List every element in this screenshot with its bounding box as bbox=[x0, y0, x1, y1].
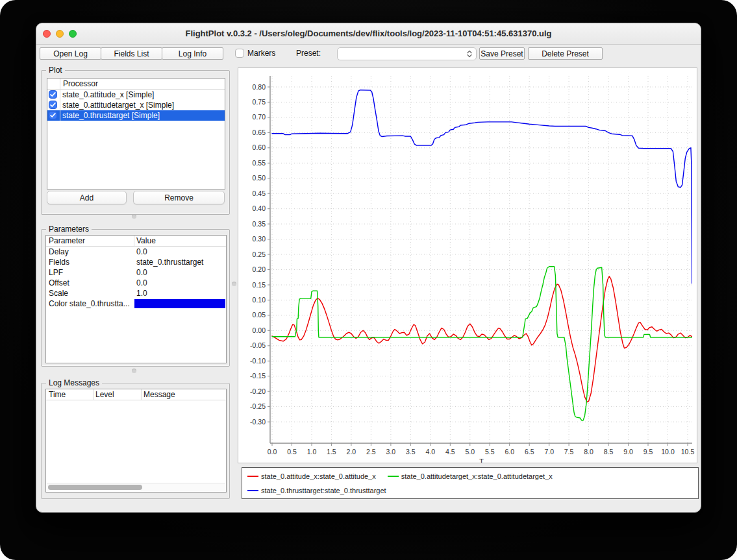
parameter-row[interactable]: Scale1.0 bbox=[46, 288, 226, 298]
open-log-button[interactable]: Open Log bbox=[40, 47, 101, 60]
chart-svg[interactable]: 0.00.51.01.52.02.53.03.54.04.55.05.56.06… bbox=[238, 68, 697, 463]
chart-legend: state_0.attitude_x:state_0.attitude_xsta… bbox=[242, 467, 699, 499]
svg-text:-0.05: -0.05 bbox=[250, 341, 266, 349]
svg-text:0.30: 0.30 bbox=[253, 235, 266, 243]
plot-processor-list: state_0.attitude_x [Simple]state_0.attit… bbox=[47, 90, 225, 121]
checkbox-column-divider bbox=[60, 100, 60, 110]
svg-text:0.0: 0.0 bbox=[268, 448, 277, 456]
checkbox-checked-icon[interactable] bbox=[49, 111, 57, 119]
vertical-splitter-handle[interactable] bbox=[232, 282, 236, 286]
processor-row[interactable]: state_0.thrusttarget [Simple] bbox=[47, 110, 225, 121]
plot-area[interactable] bbox=[271, 76, 692, 443]
checkbox-column-divider bbox=[60, 90, 60, 100]
horizontal-splitter-handle-2[interactable] bbox=[132, 369, 136, 373]
header-divider bbox=[134, 236, 134, 246]
processor-row[interactable]: state_0.attitudetarget_x [Simple] bbox=[47, 100, 225, 110]
processor-row-label: state_0.attitude_x [Simple] bbox=[62, 90, 154, 100]
legend-entry: state_0.thrusttarget:state_0.thrusttarge… bbox=[247, 487, 386, 494]
svg-text:0.5: 0.5 bbox=[287, 448, 297, 456]
svg-text:2.5: 2.5 bbox=[366, 448, 376, 456]
log-messages-group: Log Messages TimeLevelMessage bbox=[41, 383, 230, 499]
horizontal-splitter-handle-1[interactable] bbox=[132, 214, 136, 219]
combo-stepper-icon[interactable] bbox=[465, 49, 474, 58]
svg-text:9.5: 9.5 bbox=[643, 448, 653, 456]
remove-button[interactable]: Remove bbox=[133, 191, 225, 204]
header-divider bbox=[60, 79, 60, 89]
preset-combobox[interactable] bbox=[337, 47, 477, 60]
log-messages-table[interactable]: TimeLevelMessage bbox=[45, 389, 227, 493]
processor-row-label: state_0.thrusttarget [Simple] bbox=[62, 110, 160, 121]
parameter-row[interactable]: Color state_0.thrustta... bbox=[46, 298, 226, 309]
svg-text:0.55: 0.55 bbox=[253, 159, 266, 167]
color-swatch[interactable] bbox=[134, 299, 225, 308]
window-titlebar[interactable]: FlightPlot v.0.3.2 - /Users/oleg/Documen… bbox=[36, 23, 701, 45]
svg-text:7.5: 7.5 bbox=[564, 448, 574, 456]
svg-text:9.0: 9.0 bbox=[623, 448, 633, 456]
svg-text:0.60: 0.60 bbox=[253, 143, 266, 151]
legend-row-2: state_0.thrusttarget:state_0.thrusttarge… bbox=[247, 485, 695, 496]
preset-combobox-value bbox=[342, 48, 463, 60]
log-messages-group-title: Log Messages bbox=[46, 378, 102, 387]
parameters-table-header: ParameterValue bbox=[46, 236, 226, 247]
svg-text:0.45: 0.45 bbox=[253, 189, 266, 197]
svg-text:8.0: 8.0 bbox=[584, 448, 593, 456]
parameter-row[interactable]: Delay0.0 bbox=[46, 247, 226, 257]
parameter-name: Scale bbox=[49, 288, 68, 298]
legend-entry: state_0.attitudetarget_x:state_0.attitud… bbox=[388, 472, 553, 480]
svg-text:0.80: 0.80 bbox=[253, 83, 266, 91]
svg-text:-0.20: -0.20 bbox=[250, 387, 266, 395]
svg-text:6.5: 6.5 bbox=[525, 448, 534, 456]
log-table-header: TimeLevelMessage bbox=[46, 389, 226, 400]
svg-text:4.0: 4.0 bbox=[425, 448, 435, 456]
parameters-table[interactable]: ParameterValue Delay0.0Fieldsstate_0.thr… bbox=[45, 235, 227, 363]
processor-row[interactable]: state_0.attitude_x [Simple] bbox=[47, 90, 225, 100]
svg-text:10.0: 10.0 bbox=[661, 448, 675, 456]
legend-line-sample bbox=[247, 476, 258, 477]
fields-list-button[interactable]: Fields List bbox=[101, 47, 162, 60]
plot-processor-table[interactable]: Processor state_0.attitude_x [Simple]sta… bbox=[47, 78, 225, 189]
checkbox-checked-icon[interactable] bbox=[49, 90, 57, 99]
parameters-column-header: Value bbox=[136, 236, 156, 246]
svg-text:0.65: 0.65 bbox=[253, 128, 266, 136]
svg-text:-0.30: -0.30 bbox=[250, 418, 266, 426]
svg-text:0.20: 0.20 bbox=[253, 265, 266, 273]
processor-row-label: state_0.attitudetarget_x [Simple] bbox=[62, 100, 174, 110]
delete-preset-button[interactable]: Delete Preset bbox=[528, 47, 603, 60]
svg-text:5.5: 5.5 bbox=[485, 448, 495, 456]
log-info-button[interactable]: Log Info bbox=[162, 47, 223, 60]
legend-entry: state_0.attitude_x:state_0.attitude_x bbox=[247, 472, 376, 480]
svg-text:8.5: 8.5 bbox=[604, 448, 614, 456]
header-divider bbox=[141, 389, 142, 400]
parameter-row[interactable]: Offset0.0 bbox=[46, 278, 226, 288]
parameter-row[interactable]: LPF0.0 bbox=[46, 267, 226, 278]
add-button[interactable]: Add bbox=[47, 191, 127, 204]
x-axis-label: T bbox=[479, 457, 484, 463]
screenshot-stage: FlightPlot v.0.3.2 - /Users/oleg/Documen… bbox=[0, 0, 737, 560]
svg-text:-0.15: -0.15 bbox=[250, 372, 266, 380]
svg-text:2.0: 2.0 bbox=[347, 448, 356, 456]
svg-text:-0.10: -0.10 bbox=[250, 357, 266, 365]
svg-text:0.25: 0.25 bbox=[253, 250, 266, 258]
checkbox-checked-icon[interactable] bbox=[49, 101, 57, 109]
parameter-row[interactable]: Fieldsstate_0.thrusttarget bbox=[46, 257, 226, 267]
plot-group: Plot Processor state_0.attitude_x [Simpl… bbox=[41, 70, 230, 215]
processor-column-header: Processor bbox=[63, 79, 98, 89]
chart-panel[interactable]: 0.00.51.01.52.02.53.03.54.04.55.05.56.06… bbox=[238, 67, 697, 463]
parameter-name: Fields bbox=[49, 257, 69, 267]
window-title: FlightPlot v.0.3.2 - /Users/oleg/Documen… bbox=[36, 23, 701, 44]
svg-text:3.0: 3.0 bbox=[386, 448, 396, 456]
parameter-value: 0.0 bbox=[136, 278, 147, 288]
log-horizontal-scrollbar[interactable] bbox=[47, 483, 225, 491]
legend-label: state_0.thrusttarget:state_0.thrusttarge… bbox=[261, 487, 386, 494]
log-column-header: Time bbox=[49, 389, 66, 400]
checkbox-column-divider bbox=[60, 110, 60, 121]
parameter-value: state_0.thrusttarget bbox=[136, 257, 203, 267]
vertical-splitter[interactable] bbox=[231, 45, 238, 512]
svg-text:0.05: 0.05 bbox=[253, 311, 266, 319]
svg-text:5.0: 5.0 bbox=[465, 448, 475, 456]
flightplot-window: FlightPlot v.0.3.2 - /Users/oleg/Documen… bbox=[36, 23, 701, 513]
scrollbar-thumb[interactable] bbox=[48, 485, 142, 490]
save-preset-button[interactable]: Save Preset bbox=[479, 47, 525, 60]
svg-text:10.5: 10.5 bbox=[681, 448, 695, 456]
markers-label: Markers bbox=[247, 47, 275, 60]
